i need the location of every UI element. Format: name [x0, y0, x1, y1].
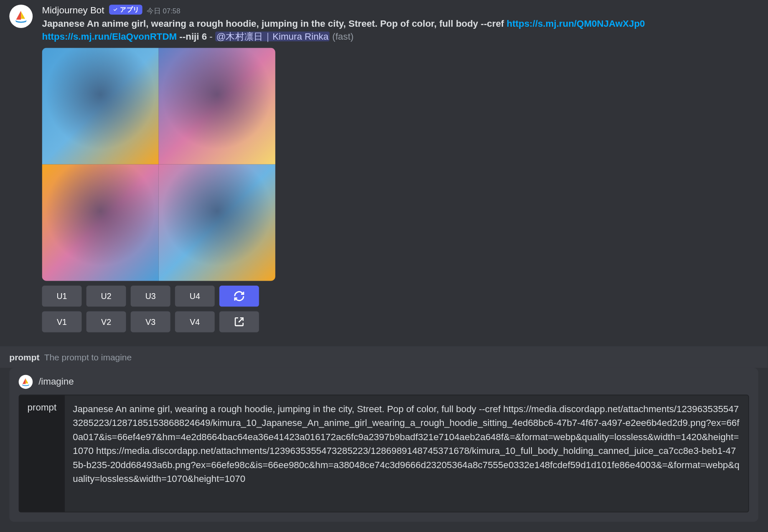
niji-flag: --niji 6 [177, 31, 207, 41]
open-external-button[interactable] [219, 311, 259, 332]
variation-1-button[interactable]: V1 [42, 311, 82, 332]
upscale-3-button[interactable]: U3 [131, 285, 170, 306]
bot-tag-label: アプリ [120, 5, 139, 14]
prompt-field-value[interactable]: Japanese An anime girl, wearing a rough … [65, 395, 748, 512]
sailboat-icon [13, 8, 29, 25]
prompt-field[interactable]: prompt Japanese An anime girl, wearing a… [19, 394, 749, 512]
bot-tag: アプリ [109, 5, 142, 15]
separator-dash: - [207, 31, 215, 41]
command-input-area: /imagine prompt Japanese An anime girl, … [9, 367, 758, 522]
upscale-4-button[interactable]: U4 [175, 285, 215, 306]
user-mention[interactable]: @木村凛日｜Kimura Rinka [215, 31, 330, 41]
autocomplete-hint[interactable]: prompt The prompt to imagine [0, 346, 768, 368]
username[interactable]: Midjourney Bot [42, 5, 104, 15]
command-bot-avatar [19, 375, 33, 389]
hint-description: The prompt to imagine [44, 352, 132, 362]
reroll-button[interactable] [219, 285, 259, 306]
cref-link-2[interactable]: https://s.mj.run/ElaQvonRTDM [42, 31, 177, 41]
external-link-icon [233, 316, 245, 327]
timestamp: 今日 07:58 [147, 6, 180, 16]
image-quadrant-3 [42, 164, 159, 281]
variation-2-button[interactable]: V2 [86, 311, 126, 332]
bot-message: Midjourney Bot アプリ 今日 07:58 Japanese An … [0, 0, 768, 341]
action-buttons: U1 U2 U3 U4 V1 V2 V3 V4 [42, 285, 740, 332]
image-quadrant-4 [159, 164, 275, 281]
hint-name: prompt [9, 352, 39, 362]
image-quadrant-2 [159, 48, 275, 164]
upscale-1-button[interactable]: U1 [42, 285, 82, 306]
cref-flag: --cref [478, 18, 506, 28]
reroll-icon [233, 290, 245, 302]
verified-check-icon [112, 6, 119, 13]
generated-image-grid[interactable] [42, 48, 275, 281]
sailboat-icon [20, 376, 31, 387]
image-quadrant-1 [42, 48, 159, 164]
fast-mode-label: (fast) [330, 31, 353, 41]
prompt-description: Japanese An anime girl, wearing a rough … [42, 18, 478, 28]
bot-avatar[interactable] [9, 5, 33, 28]
slash-command: /imagine [38, 376, 74, 387]
variation-4-button[interactable]: V4 [175, 311, 215, 332]
message-content: Japanese An anime girl, wearing a rough … [42, 17, 740, 43]
variation-3-button[interactable]: V3 [131, 311, 170, 332]
upscale-2-button[interactable]: U2 [86, 285, 126, 306]
prompt-field-label: prompt [19, 395, 65, 512]
cref-link-1[interactable]: https://s.mj.run/QM0NJAwXJp0 [507, 18, 645, 28]
